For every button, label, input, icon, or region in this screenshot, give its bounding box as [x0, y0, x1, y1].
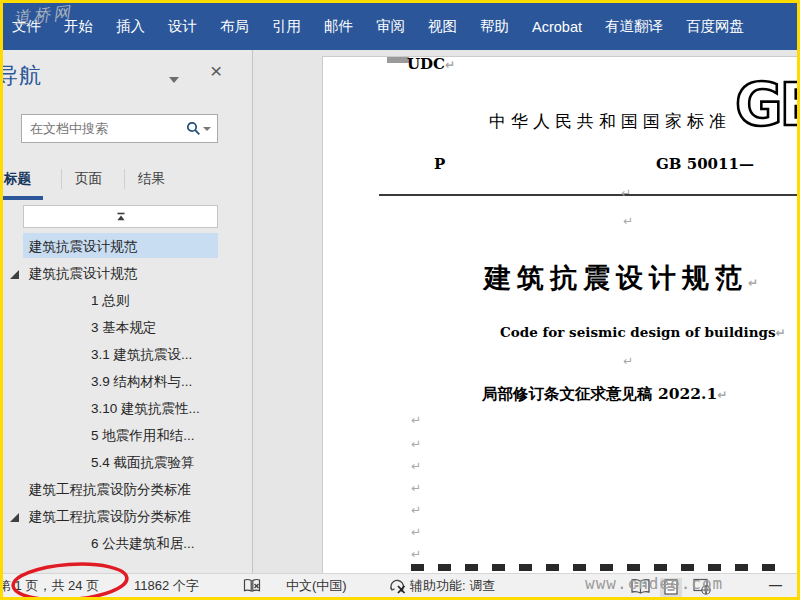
- zoom-out-button[interactable]: —: [769, 577, 782, 592]
- menu-tab-mailings[interactable]: 邮件: [324, 17, 353, 36]
- paragraph-mark: ↵: [621, 186, 631, 200]
- document-search-box[interactable]: [21, 114, 218, 143]
- menu-tab-insert[interactable]: 插入: [116, 17, 145, 36]
- clipped-text-line: [411, 564, 785, 571]
- heading-item[interactable]: 建筑工程抗震设防分类标准: [3, 476, 253, 503]
- tab-separator: [124, 169, 125, 189]
- paragraph-mark: ↵: [411, 437, 421, 451]
- heading-item[interactable]: 5.4 截面抗震验算: [3, 449, 253, 476]
- heading-item[interactable]: 3.10 建筑抗震性...: [3, 395, 253, 422]
- menu-tab-baidu-netdisk[interactable]: 百度网盘: [686, 17, 744, 36]
- navigation-tabs: 标题 页面 结果: [3, 166, 253, 196]
- horizontal-rule: [379, 194, 800, 196]
- document-subtitle-en: Code for seismic design of buildings↵: [500, 324, 786, 340]
- proofing-errors-icon[interactable]: [243, 578, 262, 594]
- close-icon[interactable]: ×: [210, 60, 222, 81]
- menu-tab-view[interactable]: 视图: [428, 17, 457, 36]
- heading-item[interactable]: 5 地震作用和结...: [3, 422, 253, 449]
- collapse-triangle-icon[interactable]: [10, 270, 19, 279]
- ribbon-menubar: 文件 开始 插入 设计 布局 引用 邮件 审阅 视图 帮助 Acrobat 有道…: [3, 3, 797, 50]
- application-window: 文件 开始 插入 设计 布局 引用 邮件 审阅 视图 帮助 Acrobat 有道…: [0, 0, 800, 600]
- jump-top-icon: [115, 212, 127, 222]
- tab-pages[interactable]: 页面: [75, 170, 102, 188]
- navigation-pane: 导航 × 标题 页面 结果: [3, 50, 253, 573]
- document-canvas: UDC↵ 中华人民共和国国家标准 GB P GB 50011— ↵ ↵ 建筑抗震…: [253, 50, 797, 573]
- menu-tab-help[interactable]: 帮助: [480, 17, 509, 36]
- paragraph-mark: ↵: [411, 503, 421, 517]
- tab-headings[interactable]: 标题: [4, 170, 31, 188]
- navigation-pane-title: 导航: [0, 61, 42, 91]
- menu-tab-references[interactable]: 引用: [272, 17, 301, 36]
- menu-tab-youdao-translate[interactable]: 有道翻译: [605, 17, 663, 36]
- language-status[interactable]: 中文(中国): [286, 577, 347, 595]
- menu-tab-design[interactable]: 设计: [168, 17, 197, 36]
- search-input[interactable]: [22, 121, 186, 136]
- paragraph-mark: ↵: [411, 481, 421, 495]
- gb-logo-icon: GB: [735, 71, 800, 137]
- collapse-triangle-icon[interactable]: [10, 513, 19, 522]
- heading-item[interactable]: 建筑抗震设计规范: [3, 233, 253, 260]
- paragraph-mark: ↵: [411, 525, 421, 539]
- heading-item[interactable]: 3 基本规定: [3, 314, 253, 341]
- search-icon[interactable]: [186, 121, 201, 136]
- tab-separator: [61, 169, 62, 189]
- menu-tab-layout[interactable]: 布局: [220, 17, 249, 36]
- tab-results[interactable]: 结果: [138, 170, 165, 188]
- page-number-status[interactable]: 第 1 页，共 24 页: [0, 577, 99, 595]
- heading-item[interactable]: 建筑抗震设计规范: [3, 260, 253, 287]
- document-title: 建筑抗震设计规范↵: [484, 260, 764, 296]
- menu-tab-review[interactable]: 审阅: [376, 17, 405, 36]
- udc-label: UDC↵: [407, 56, 455, 73]
- headings-list: 建筑抗震设计规范 建筑抗震设计规范 1 总则 3 基本规定 3.1 建筑抗震设.…: [3, 202, 253, 573]
- accessibility-status[interactable]: 辅助功能: 调查: [410, 577, 495, 595]
- standard-header: 中华人民共和国国家标准: [489, 110, 731, 133]
- heading-item[interactable]: 1 总则: [3, 287, 253, 314]
- site-watermark-bottom: www.cndee.com: [585, 574, 723, 593]
- paragraph-mark: ↵: [411, 413, 421, 427]
- svg-text:GB: GB: [735, 71, 800, 137]
- document-page[interactable]: UDC↵ 中华人民共和国国家标准 GB P GB 50011— ↵ ↵ 建筑抗震…: [322, 56, 800, 573]
- standard-number: GB 50011—: [656, 155, 754, 173]
- word-count-status[interactable]: 11862 个字: [134, 577, 199, 595]
- heading-item[interactable]: 6 公共建筑和居...: [3, 530, 253, 557]
- paragraph-mark: ↵: [411, 547, 421, 561]
- jump-to-top-button[interactable]: [23, 205, 218, 228]
- menu-tab-acrobat[interactable]: Acrobat: [532, 19, 582, 35]
- heading-item[interactable]: 3.9 结构材料与...: [3, 368, 253, 395]
- revision-line: 局部修订条文征求意见稿 2022.1↵: [482, 384, 727, 405]
- chevron-down-icon[interactable]: [169, 77, 179, 83]
- heading-item[interactable]: 建筑工程抗震设防分类标准: [3, 503, 253, 530]
- p-classification-label: P: [434, 155, 445, 173]
- paragraph-mark: ↵: [623, 214, 633, 228]
- paragraph-mark: ↵: [623, 354, 633, 368]
- clipped-fragment: [387, 56, 409, 63]
- active-tab-underline: [0, 196, 43, 200]
- heading-item[interactable]: 3.1 建筑抗震设...: [3, 341, 253, 368]
- search-options-chevron-icon[interactable]: [203, 127, 211, 131]
- paragraph-mark: ↵: [411, 459, 421, 473]
- accessibility-icon: [389, 578, 407, 595]
